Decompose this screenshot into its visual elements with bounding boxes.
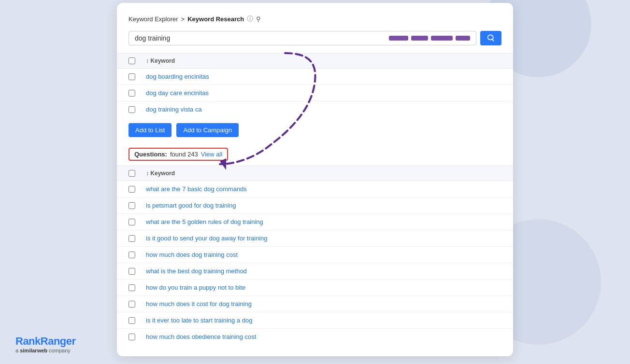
logo-sub: a similarweb company [15,348,76,353]
q-row-check-10 [129,334,146,340]
q-row-check-6 [129,268,146,275]
search-input[interactable] [135,34,384,42]
questions-table: ↕ Keyword what are the 7 basic dog comma… [117,166,513,345]
table-row: is it good to send your dog away for tra… [117,230,513,247]
row-checkbox-2[interactable] [129,90,135,97]
q-checkbox-8[interactable] [129,301,135,308]
redacted-bars [389,36,470,41]
questions-table-header: ↕ Keyword [117,166,513,181]
logo-area: RankRanger a similarweb company [15,336,76,353]
table-row: is petsmart good for dog training [117,197,513,214]
q-keyword-link-3[interactable]: what are the 5 golden rules of dog train… [146,218,263,225]
row-check-1 [129,73,146,80]
questions-label: Questions: [134,151,167,158]
q-checkbox-2[interactable] [129,202,135,209]
breadcrumb-part2: Keyword Research [187,15,244,23]
logo-ranger: Ranger [41,335,76,347]
redacted-bar-1 [389,36,408,41]
breadcrumb: Keyword Explorer > Keyword Research ⓘ ⚲ [117,14,513,31]
questions-select-all-checkbox[interactable] [129,170,135,177]
top-keyword-table: ↕ Keyword dog boarding encinitas dog day… [117,53,513,117]
q-row-check-3 [129,219,146,225]
table-row: how much does obedience training cost [117,329,513,345]
main-card: Keyword Explorer > Keyword Research ⓘ ⚲ [117,3,513,356]
logo-rankranger: RankRanger [15,336,76,347]
table-row: dog boarding encinitas [117,69,513,85]
add-to-campaign-button[interactable]: Add to Campaign [176,123,238,137]
table-row: what are the 5 golden rules of dog train… [117,214,513,230]
redacted-bar-2 [411,36,428,41]
redacted-bar-3 [431,36,453,41]
keyword-link-3[interactable]: dog training vista ca [146,106,202,113]
q-checkbox-10[interactable] [129,334,135,340]
breadcrumb-separator: > [181,15,185,23]
q-checkbox-3[interactable] [129,219,135,225]
questions-header-check [129,170,146,177]
q-keyword-link-2[interactable]: is petsmart good for dog training [146,202,236,209]
top-table-header: ↕ Keyword [117,54,513,69]
q-keyword-link-10[interactable]: how much does obedience training cost [146,333,256,340]
view-all-link[interactable]: View all [201,151,223,158]
row-checkbox-3[interactable] [129,106,135,113]
q-checkbox-9[interactable] [129,317,135,324]
search-row [117,31,513,53]
top-keyword-header: ↕ Keyword [146,57,501,64]
questions-keyword-header: ↕ Keyword [146,170,501,177]
table-row: how much does it cost for dog training [117,296,513,312]
search-icon [487,34,495,42]
q-keyword-link-1[interactable]: what are the 7 basic dog commands [146,185,247,193]
table-row: dog day care encinitas [117,85,513,101]
q-row-check-1 [129,186,146,193]
logo-similarweb: similarweb [20,348,47,353]
logo-rank: Rank [15,335,41,347]
redacted-bar-4 [456,36,470,41]
q-row-check-2 [129,202,146,209]
q-checkbox-1[interactable] [129,186,135,193]
q-row-check-9 [129,317,146,324]
row-check-3 [129,106,146,113]
top-header-check [129,57,146,64]
q-keyword-link-7[interactable]: how do you train a puppy not to bite [146,284,245,291]
search-input-wrapper [129,31,476,45]
add-to-list-button[interactable]: Add to List [129,123,172,137]
q-row-check-8 [129,301,146,308]
keyword-link-1[interactable]: dog boarding encinitas [146,73,209,80]
table-row: how much does dog training cost [117,247,513,263]
info-icon[interactable]: ⓘ [247,14,253,23]
questions-header: Questions: found 243 View all [117,143,513,166]
q-checkbox-4[interactable] [129,235,135,242]
table-row: is it ever too late to start training a … [117,312,513,329]
questions-box: Questions: found 243 View all [129,148,228,161]
q-keyword-link-6[interactable]: what is the best dog training method [146,267,247,275]
row-check-2 [129,90,146,97]
q-keyword-link-5[interactable]: how much does dog training cost [146,251,238,258]
q-keyword-link-8[interactable]: how much does it cost for dog training [146,300,252,308]
logo-company: company [49,348,71,353]
q-checkbox-6[interactable] [129,268,135,275]
table-row: how do you train a puppy not to bite [117,280,513,296]
q-row-check-7 [129,284,146,291]
q-checkbox-7[interactable] [129,284,135,291]
table-row: what is the best dog training method [117,263,513,280]
action-buttons-row: Add to List Add to Campaign [117,117,513,143]
questions-count: found 243 [170,151,198,158]
q-row-check-5 [129,252,146,258]
top-select-all-checkbox[interactable] [129,57,135,64]
pin-icon[interactable]: ⚲ [256,15,261,23]
table-row: what are the 7 basic dog commands [117,181,513,197]
keyword-link-2[interactable]: dog day care encinitas [146,89,209,97]
q-keyword-link-4[interactable]: is it good to send your dog away for tra… [146,235,267,242]
q-row-check-4 [129,235,146,242]
breadcrumb-part1: Keyword Explorer [129,15,178,23]
q-checkbox-5[interactable] [129,252,135,258]
table-row: dog training vista ca [117,101,513,117]
q-keyword-link-9[interactable]: is it ever too late to start training a … [146,317,252,324]
search-button[interactable] [480,31,501,45]
row-checkbox-1[interactable] [129,73,135,80]
